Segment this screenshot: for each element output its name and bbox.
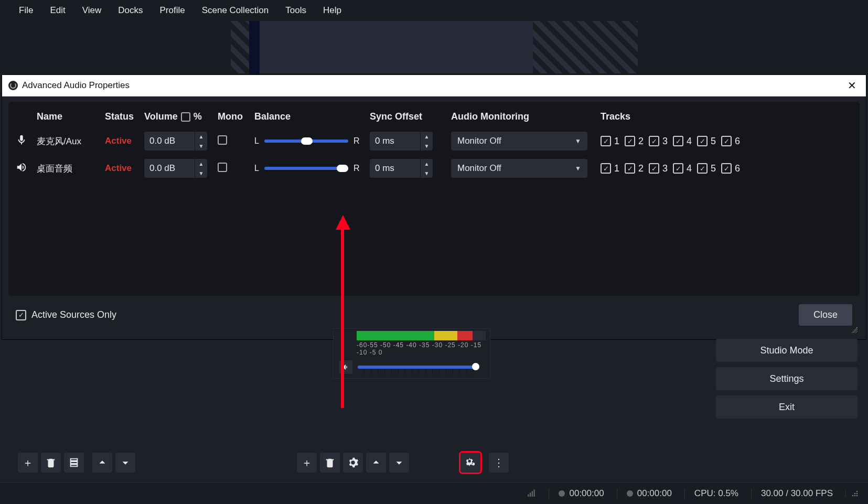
monitoring-select[interactable]: Monitor Off▼ — [451, 132, 587, 151]
delete-button[interactable] — [41, 453, 61, 473]
svg-point-8 — [854, 495, 855, 496]
status-label: Active — [105, 136, 144, 146]
close-icon[interactable]: ✕ — [844, 79, 860, 92]
chevron-down-icon: ▼ — [195, 141, 207, 151]
grip-icon[interactable] — [845, 490, 859, 497]
mono-checkbox[interactable] — [218, 135, 227, 145]
hdr-name: Name — [37, 111, 105, 122]
hdr-status: Status — [105, 111, 144, 122]
balance-l: L — [254, 136, 259, 146]
hdr-mono: Mono — [218, 111, 254, 122]
status-label: Active — [105, 163, 144, 174]
volume-input[interactable] — [144, 159, 195, 178]
menu-profile[interactable]: Profile — [151, 3, 193, 18]
track-checkbox[interactable] — [649, 136, 659, 146]
move-down-button[interactable] — [115, 453, 135, 473]
add-button[interactable]: ＋ — [18, 453, 38, 473]
hdr-balance: Balance — [254, 111, 370, 122]
track-checkbox[interactable] — [697, 163, 708, 174]
preview-area — [0, 21, 868, 79]
chevron-down-icon: ▼ — [421, 141, 433, 151]
statusbar: 00:00:00 00:00:00 CPU: 0.5% 30.00 / 30.0… — [0, 482, 868, 504]
audio-mixer-panel: -60-55 -50 -45 -40 -35 -30 -25 -20 -15 -… — [333, 328, 490, 379]
svg-rect-2 — [532, 491, 533, 497]
cpu-usage: CPU: 0.5% — [684, 488, 738, 499]
track-checkbox[interactable] — [601, 163, 611, 174]
filter-button[interactable] — [64, 453, 84, 473]
obs-icon — [8, 81, 18, 90]
hdr-monitoring: Audio Monitoring — [451, 111, 601, 122]
sync-spinner[interactable]: ▲▼ — [420, 132, 433, 151]
track-checkbox[interactable] — [673, 136, 683, 146]
advanced-audio-button[interactable] — [460, 453, 480, 473]
audio-table: Name Status Volume % Mono Balance Sync O… — [8, 102, 860, 296]
svg-rect-0 — [528, 494, 529, 497]
menu-docks[interactable]: Docks — [110, 3, 151, 18]
stream-time: 00:00:00 — [549, 488, 604, 499]
track-checkbox[interactable] — [697, 136, 708, 146]
menu-scene-collection[interactable]: Scene Collection — [194, 3, 277, 18]
move-down-button[interactable] — [389, 453, 409, 473]
balance-slider[interactable] — [264, 167, 348, 170]
move-up-button[interactable] — [92, 453, 112, 473]
track-checkbox[interactable] — [625, 163, 635, 174]
preview-thumb[interactable] — [259, 21, 610, 73]
track-checkbox[interactable] — [625, 136, 635, 146]
add-button[interactable]: ＋ — [297, 453, 317, 473]
settings-button[interactable]: Settings — [716, 367, 858, 390]
menu-edit[interactable]: Edit — [41, 3, 73, 18]
properties-button[interactable] — [343, 453, 363, 473]
track-checkbox[interactable] — [601, 136, 611, 146]
volume-slider[interactable] — [358, 366, 478, 369]
svg-point-9 — [852, 495, 853, 496]
sync-offset-input[interactable] — [370, 132, 420, 151]
table-row: 桌面音频 Active ▲▼ L R ▲▼ Mo — [16, 155, 852, 182]
record-time: 00:00:00 — [617, 488, 672, 499]
mono-checkbox[interactable] — [218, 163, 227, 172]
balance-slider[interactable] — [264, 140, 348, 143]
track-checkbox[interactable] — [721, 163, 732, 174]
volume-unit-toggle[interactable] — [181, 112, 190, 122]
sync-spinner[interactable]: ▲▼ — [420, 159, 433, 178]
mic-icon — [16, 134, 37, 148]
track-checkbox[interactable] — [721, 136, 732, 146]
menu-view[interactable]: View — [74, 3, 110, 18]
balance-r: R — [353, 164, 360, 173]
network-icon — [517, 489, 536, 498]
svg-rect-1 — [530, 492, 531, 497]
hdr-tracks: Tracks — [601, 111, 852, 122]
chevron-down-icon: ▼ — [575, 165, 581, 172]
fps: 30.00 / 30.00 FPS — [751, 488, 833, 499]
svg-point-7 — [854, 492, 855, 494]
monitoring-select[interactable]: Monitor Off▼ — [451, 159, 587, 178]
more-button[interactable]: ⋮ — [489, 453, 509, 473]
hdr-volume: Volume % — [144, 111, 218, 122]
track-checkbox[interactable] — [649, 163, 659, 174]
close-button[interactable]: Close — [799, 304, 852, 326]
main-menubar: File Edit View Docks Profile Scene Colle… — [0, 0, 868, 21]
active-only-label: Active Sources Only — [31, 309, 116, 320]
volume-spinner[interactable]: ▲▼ — [195, 159, 207, 178]
studio-mode-button[interactable]: Studio Mode — [716, 339, 858, 362]
move-up-button[interactable] — [366, 453, 386, 473]
chevron-up-icon: ▲ — [421, 132, 433, 141]
volume-spinner[interactable]: ▲▼ — [195, 132, 207, 151]
menu-file[interactable]: File — [10, 3, 41, 18]
tracks-group: 1 2 3 4 5 6 — [601, 136, 852, 147]
table-row: 麦克风/Aux Active ▲▼ L R ▲▼ — [16, 127, 852, 155]
controls-panel: Studio Mode Settings Exit — [716, 339, 858, 419]
menu-help[interactable]: Help — [315, 3, 350, 18]
track-checkbox[interactable] — [673, 163, 683, 174]
volume-input[interactable] — [144, 132, 195, 151]
source-name: 桌面音频 — [37, 163, 105, 175]
delete-button[interactable] — [320, 453, 340, 473]
dialog-titlebar[interactable]: Advanced Audio Properties ✕ — [2, 75, 866, 96]
mixer-toolbar: ⋮ — [458, 451, 511, 475]
sync-offset-input[interactable] — [370, 159, 420, 178]
audio-meter — [357, 331, 486, 340]
active-only-checkbox[interactable] — [16, 310, 26, 320]
menu-tools[interactable]: Tools — [277, 3, 315, 18]
svg-rect-3 — [534, 489, 535, 497]
meter-scale: -60-55 -50 -45 -40 -35 -30 -25 -20 -15 -… — [334, 340, 490, 358]
exit-button[interactable]: Exit — [716, 395, 858, 419]
